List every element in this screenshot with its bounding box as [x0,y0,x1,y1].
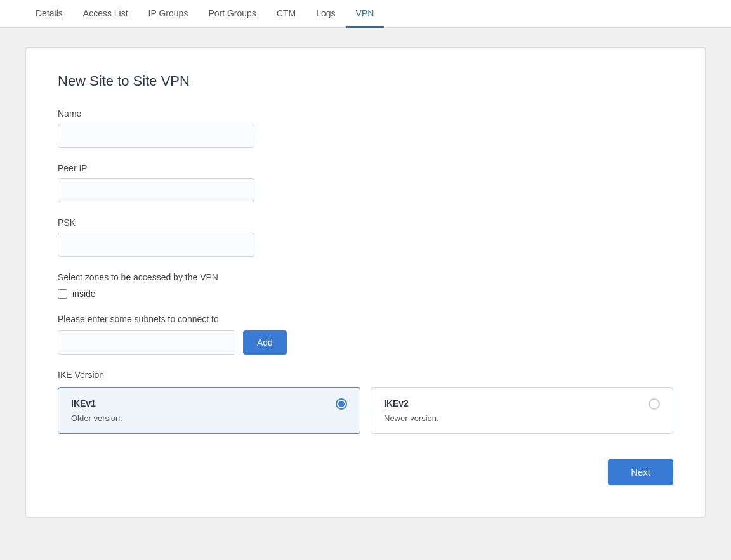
tab-vpn[interactable]: VPN [346,1,385,28]
form-card: New Site to Site VPN Name Peer IP PSK Se… [25,47,706,518]
top-navigation: Details Access List IP Groups Port Group… [0,0,731,28]
psk-field-group: PSK [58,218,673,257]
main-container: New Site to Site VPN Name Peer IP PSK Se… [0,28,731,537]
ike-v1-description: Older version. [71,413,347,423]
ike-v1-card[interactable]: IKEv1 Older version. [58,387,360,434]
subnet-input[interactable] [58,330,235,355]
psk-input[interactable] [58,233,254,257]
footer-row: Next [58,459,673,485]
next-button[interactable]: Next [608,459,673,485]
ike-v1-title: IKEv1 [71,398,96,408]
peer-ip-input[interactable] [58,178,254,202]
peer-ip-label: Peer IP [58,163,673,173]
tab-ip-groups[interactable]: IP Groups [138,1,199,28]
zones-group: Select zones to be accessed by the VPN i… [58,272,673,299]
ike-v2-card[interactable]: IKEv2 Newer version. [371,387,673,434]
tab-logs[interactable]: Logs [306,1,345,28]
page-title: New Site to Site VPN [58,73,673,89]
peer-ip-field-group: Peer IP [58,163,673,202]
ike-v2-header: IKEv2 [384,398,660,410]
ike-v2-description: Newer version. [384,413,660,423]
ike-version-group: IKE Version IKEv1 Older version. IKEv2 [58,370,673,434]
name-field-group: Name [58,108,673,148]
ike-v2-radio[interactable] [649,398,660,410]
ike-v2-title: IKEv2 [384,398,409,408]
tab-details[interactable]: Details [25,1,73,28]
ike-version-label: IKE Version [58,370,673,380]
tab-access-list[interactable]: Access List [73,1,138,28]
ike-v1-radio[interactable] [336,398,347,410]
zone-inside-label: inside [72,289,96,299]
ike-v1-header: IKEv1 [71,398,347,410]
subnets-label: Please enter some subnets to connect to [58,314,673,324]
tab-port-groups[interactable]: Port Groups [198,1,266,28]
name-input[interactable] [58,124,254,148]
add-subnet-button[interactable]: Add [243,330,287,355]
ike-options-container: IKEv1 Older version. IKEv2 Newer version… [58,387,673,434]
tab-ctm[interactable]: CTM [267,1,306,28]
name-label: Name [58,108,673,119]
subnets-group: Please enter some subnets to connect to … [58,314,673,355]
zone-inside-checkbox[interactable] [58,289,67,299]
subnet-input-row: Add [58,330,673,355]
zones-label: Select zones to be accessed by the VPN [58,272,673,282]
zone-inside-checkbox-group: inside [58,289,673,299]
psk-label: PSK [58,218,673,228]
